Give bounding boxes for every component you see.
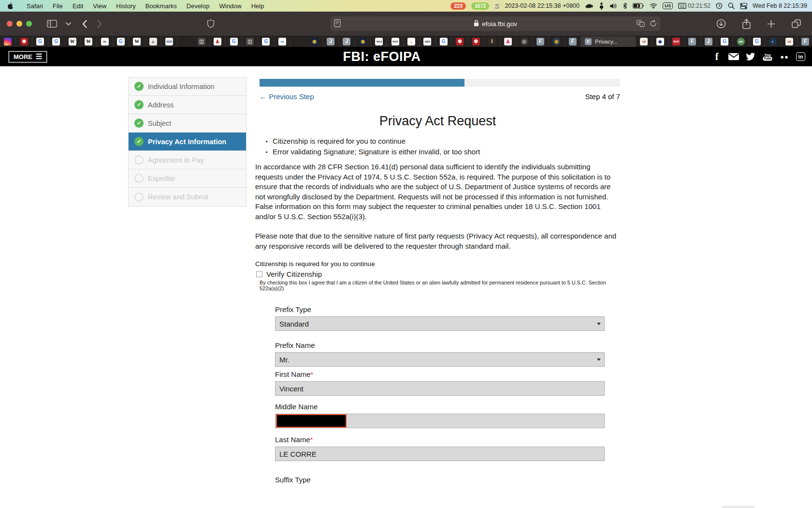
- wizard-step[interactable]: Review and Submit: [129, 188, 246, 206]
- favicon[interactable]: [177, 36, 193, 47]
- favicon[interactable]: ♟: [500, 36, 516, 47]
- wizard-step[interactable]: Agreement to Pay: [129, 151, 246, 169]
- favicon[interactable]: W: [129, 36, 145, 47]
- favicon[interactable]: RCP: [668, 36, 684, 47]
- menubar-clock[interactable]: Wed Feb 8 22:15:39: [753, 2, 807, 9]
- favicon[interactable]: W: [81, 36, 97, 47]
- favicon[interactable]: ◉: [549, 36, 565, 47]
- minimize-window-button[interactable]: [16, 21, 22, 27]
- favicon[interactable]: F: [533, 36, 549, 47]
- favicon[interactable]: G: [717, 36, 733, 47]
- favicon[interactable]: G: [749, 36, 765, 47]
- favicon[interactable]: LII: [782, 36, 798, 47]
- privacy-report-shield-icon[interactable]: [207, 19, 215, 29]
- favicon[interactable]: ◐: [765, 36, 781, 47]
- favicon[interactable]: Vs: [97, 36, 113, 47]
- field-input[interactable]: Standard: [275, 316, 605, 331]
- favicon[interactable]: ABA: [420, 36, 435, 47]
- favicon[interactable]: ▲: [145, 36, 161, 47]
- field-input[interactable]: Mr.: [275, 352, 605, 367]
- sidebar-toggle-button[interactable]: [47, 20, 57, 28]
- favicon[interactable]: ❆: [468, 36, 484, 47]
- status-app-icon[interactable]: S: [494, 2, 499, 10]
- favicon[interactable]: ♟: [210, 36, 226, 47]
- favicon[interactable]: ◉: [355, 36, 371, 47]
- wizard-step[interactable]: Expedite: [129, 169, 246, 188]
- linkedin-icon[interactable]: in: [796, 52, 805, 61]
- favicon[interactable]: G: [258, 36, 274, 47]
- menu-item[interactable]: File: [48, 2, 68, 10]
- downloads-button[interactable]: [716, 19, 726, 29]
- flickr-icon[interactable]: ●●: [779, 52, 790, 61]
- apple-menu-icon[interactable]: [7, 2, 14, 10]
- battery-icon[interactable]: [633, 3, 644, 9]
- menu-item[interactable]: Help: [246, 2, 269, 10]
- reader-icon[interactable]: [334, 19, 341, 29]
- menu-item[interactable]: History: [111, 2, 140, 10]
- whale-icon[interactable]: [585, 3, 594, 9]
- favicon[interactable]: ❆: [16, 36, 32, 47]
- favicon[interactable]: G: [226, 36, 242, 47]
- favicon[interactable]: J: [701, 36, 717, 47]
- menubar-datetime[interactable]: 2023-02-08 22:15:38 +0800: [505, 2, 580, 9]
- wizard-step[interactable]: Privacy Act Information: [129, 133, 246, 151]
- wifi-icon[interactable]: [650, 3, 657, 9]
- favicon[interactable]: F: [798, 36, 812, 47]
- menu-item[interactable]: View: [88, 2, 111, 10]
- favicon[interactable]: F: [684, 36, 700, 47]
- favicon[interactable]: LII: [636, 36, 652, 47]
- favicon[interactable]: F: [565, 36, 581, 47]
- reload-icon[interactable]: [650, 20, 657, 29]
- person-status-icon[interactable]: [599, 2, 604, 10]
- bluetooth-icon[interactable]: [623, 2, 627, 9]
- input-source-indicator[interactable]: US: [663, 2, 673, 9]
- favicon[interactable]: G: [32, 36, 48, 47]
- twitter-icon[interactable]: [745, 52, 756, 61]
- time-machine-icon[interactable]: [716, 2, 723, 9]
- favicon[interactable]: ❆: [452, 36, 468, 47]
- control-center-icon[interactable]: [740, 3, 747, 9]
- favicon[interactable]: J: [339, 36, 355, 47]
- keyboard-timer[interactable]: 02:21:52: [678, 2, 710, 9]
- favicon[interactable]: ◫: [194, 36, 210, 47]
- favicon[interactable]: G: [113, 36, 129, 47]
- favicon[interactable]: W: [65, 36, 81, 47]
- field-input[interactable]: [275, 414, 605, 428]
- volume-icon[interactable]: [609, 3, 617, 9]
- zoom-window-button[interactable]: [26, 21, 32, 27]
- favicon[interactable]: G: [48, 36, 64, 47]
- sidebar-chevron-button[interactable]: [66, 22, 71, 26]
- favicon[interactable]: [290, 36, 306, 47]
- wizard-step[interactable]: Address: [129, 96, 246, 114]
- verify-citizenship-checkbox[interactable]: [256, 271, 262, 277]
- share-button[interactable]: [742, 19, 751, 29]
- translate-icon[interactable]: Ax: [637, 20, 645, 29]
- favicon[interactable]: [0, 36, 16, 47]
- menu-item[interactable]: Safari: [22, 2, 48, 10]
- menu-item[interactable]: Window: [214, 2, 246, 10]
- favicon[interactable]: im: [275, 36, 290, 47]
- back-button[interactable]: [82, 20, 87, 28]
- favicon[interactable]: ◫: [242, 36, 258, 47]
- menu-item[interactable]: Develop: [182, 2, 215, 10]
- youtube-icon[interactable]: YouTube: [762, 52, 773, 61]
- favicon[interactable]: ◎: [517, 36, 533, 47]
- favicon[interactable]: WSJ: [371, 36, 387, 47]
- forward-button[interactable]: [97, 20, 102, 28]
- field-input[interactable]: Vincent: [275, 381, 605, 396]
- email-icon[interactable]: [728, 52, 739, 61]
- previous-step-link[interactable]: ← Previous Step: [260, 92, 314, 101]
- favicon[interactable]: ◆: [652, 36, 668, 47]
- address-bar[interactable]: efoia.fbi.gov Ax: [330, 16, 661, 31]
- favicon[interactable]: KER: [161, 36, 177, 47]
- wizard-step[interactable]: Individual Information: [129, 77, 246, 96]
- notification-badge-green[interactable]: 1672: [471, 2, 489, 10]
- new-tab-button[interactable]: [767, 20, 775, 28]
- favicon[interactable]: WSJ: [387, 36, 403, 47]
- menu-item[interactable]: Bookmarks: [141, 2, 182, 10]
- favicon[interactable]: wH: [733, 36, 749, 47]
- favicon[interactable]: J: [323, 36, 339, 47]
- tab-overview-button[interactable]: [792, 19, 801, 28]
- favicon[interactable]: ‖: [484, 36, 500, 47]
- spotlight-icon[interactable]: [728, 2, 735, 9]
